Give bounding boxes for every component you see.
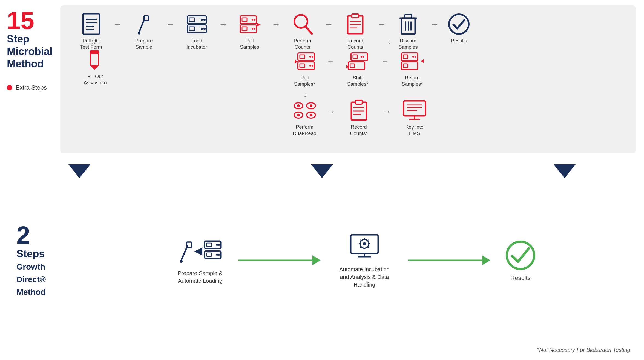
triangle1 [68, 164, 90, 178]
svg-point-38 [449, 14, 469, 34]
svg-point-85 [180, 260, 183, 263]
svg-point-93 [216, 254, 218, 256]
step-results-2-label: Results [510, 275, 530, 282]
svg-rect-74 [355, 100, 362, 104]
svg-point-70 [297, 114, 300, 116]
svg-point-92 [218, 244, 220, 246]
step-record-counts-label: RecordCounts [347, 38, 363, 51]
step-discard-samples-label: DiscardSamples [398, 38, 418, 51]
svg-point-12 [201, 19, 203, 21]
bottom-section: 2 StepsGrowth Direct®Method ◀ [0, 184, 644, 337]
step-key-lims-label: Key IntoLIMS [405, 124, 423, 137]
triangle3 [554, 164, 576, 178]
step-pull-samples: PullSamples [230, 12, 269, 51]
svg-point-94 [218, 254, 220, 256]
step-pull-samples-label: PullSamples [240, 38, 259, 51]
top-diagram: Pull QCTest Form → PrepareSample [60, 5, 636, 153]
step-results-label: Results [451, 38, 467, 44]
step-shift-samples: ShiftSamples* [337, 49, 379, 88]
bottom-flow: ◀ Prepare Sample &Automate Loading [79, 232, 633, 288]
green-arrow-1 [238, 256, 321, 264]
step-discard-samples: DiscardSamples [388, 12, 428, 51]
step-key-lims: Key IntoLIMS [393, 99, 436, 137]
step-shift-samples-label: ShiftSamples* [347, 75, 368, 88]
svg-rect-61 [403, 64, 408, 68]
step-return-samples-label: ReturnSamples* [402, 75, 423, 88]
green-arrow-2 [408, 256, 490, 264]
dividers-row [0, 159, 644, 184]
legend-label: Extra Steps [16, 84, 47, 91]
svg-marker-41 [90, 66, 99, 70]
step-number-2: 2 [16, 223, 74, 248]
svg-point-21 [254, 19, 255, 21]
step-title-2: StepsGrowth Direct®Method [16, 248, 74, 298]
arrow-r3-1: → [324, 106, 338, 116]
svg-rect-51 [351, 53, 367, 61]
step-automate-incubation-label: Automate Incubationand Analysis & Data H… [329, 265, 400, 288]
svg-marker-24 [257, 23, 261, 27]
step-load-incubator-label: LoadIncubator [186, 38, 207, 51]
svg-point-48 [309, 65, 311, 67]
svg-point-15 [203, 28, 206, 30]
arrow7: → [428, 19, 441, 29]
svg-rect-60 [403, 55, 408, 59]
svg-point-46 [309, 56, 311, 58]
row1: Pull QCTest Form → PrepareSample [71, 12, 625, 51]
step-number: 15 [7, 8, 53, 33]
step-pull-samples-star: PullSamples* [285, 49, 324, 88]
v-arrow-record-return: ↓ [387, 37, 391, 45]
step-fill-out-label: Fill OutAssay Info [84, 73, 107, 86]
svg-point-14 [201, 28, 203, 30]
row2: PullSamples* ← [285, 49, 433, 88]
arrow-r3-2: → [380, 106, 393, 116]
svg-rect-90 [207, 253, 212, 256]
v-arrow-pull-dual: ↓ [303, 90, 307, 99]
step-results: Results [441, 12, 477, 44]
arrow5: → [322, 19, 335, 29]
step-perform-counts: PerformCounts [283, 12, 322, 51]
svg-rect-40 [90, 51, 99, 54]
step-title: Step Microbial Method [7, 33, 53, 70]
svg-rect-44 [300, 55, 305, 59]
svg-rect-18 [242, 18, 247, 22]
step-prepare-automate: ◀ Prepare Sample &Automate Loading [170, 236, 230, 285]
step-record-counts-star-label: RecordCounts* [350, 124, 367, 137]
svg-rect-28 [352, 14, 359, 18]
svg-rect-52 [348, 62, 365, 70]
legend-dot [7, 85, 12, 90]
svg-rect-53 [353, 55, 357, 59]
footnote: *Not Necessary For Bioburden Testing [537, 347, 630, 353]
step-prepare-sample-label: PrepareSample [135, 38, 153, 51]
arrow6: → [375, 19, 388, 29]
left-panel: 15 Step Microbial Method Extra Steps [0, 0, 60, 159]
step-perform-counts-label: PerformCounts [294, 38, 311, 51]
step-perform-dual: PerformDual-Read [285, 99, 324, 137]
arrow4: → [269, 19, 283, 29]
svg-point-62 [412, 56, 414, 58]
svg-rect-59 [401, 62, 418, 70]
svg-rect-34 [405, 15, 412, 18]
svg-rect-0 [83, 14, 99, 34]
step-pull-samples-star-label: PullSamples* [294, 75, 315, 88]
svg-point-13 [203, 19, 206, 21]
step-automate-incubation: Automate Incubationand Analysis & Data H… [329, 232, 400, 288]
svg-point-6 [138, 32, 140, 35]
svg-point-23 [254, 28, 255, 30]
row3: PerformDual-Read → Re [285, 99, 436, 137]
svg-point-55 [361, 56, 362, 58]
svg-rect-89 [207, 243, 212, 247]
step-record-counts: RecordCounts [335, 12, 375, 51]
svg-rect-54 [350, 64, 355, 68]
svg-point-20 [252, 19, 253, 21]
svg-line-26 [306, 27, 312, 34]
svg-point-108 [507, 242, 534, 269]
svg-point-72 [310, 114, 312, 116]
svg-point-68 [310, 104, 312, 107]
svg-point-91 [216, 244, 218, 246]
step-record-counts-star: RecordCounts* [338, 99, 380, 137]
arrow-r2-1: ← [324, 57, 337, 66]
svg-rect-78 [404, 101, 426, 116]
svg-rect-45 [300, 64, 305, 68]
arrow1: → [111, 19, 124, 29]
arrow3: → [217, 19, 230, 29]
